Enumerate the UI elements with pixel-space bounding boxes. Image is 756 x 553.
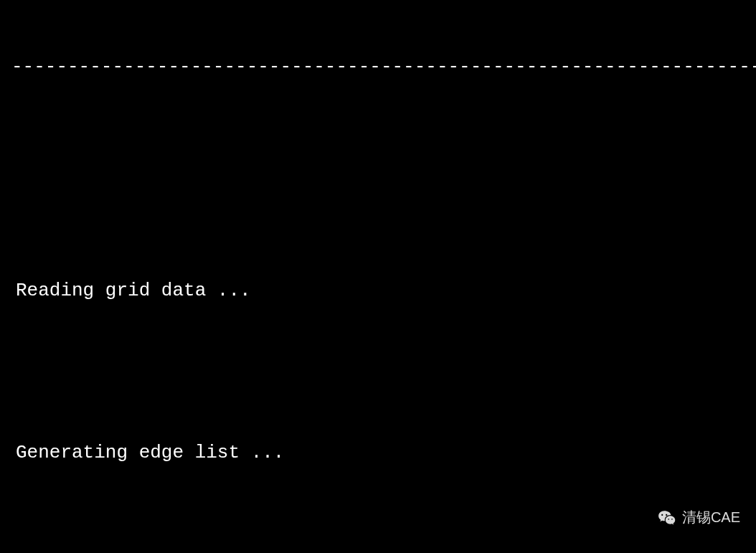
wechat-icon [658,509,676,527]
terminal-line [16,197,756,224]
watermark-text: 清锡CAE [682,508,740,527]
separator-line: ----------------------------------------… [0,54,756,81]
terminal-line [16,521,756,548]
watermark: 清锡CAE [658,508,740,527]
terminal-line: Reading grid data ... [16,278,756,305]
terminal-content: Reading grid data ... Generating edge li… [0,135,756,553]
terminal-output: ----------------------------------------… [0,0,756,553]
terminal-line [16,359,756,386]
terminal-line: Generating edge list ... [16,440,756,467]
